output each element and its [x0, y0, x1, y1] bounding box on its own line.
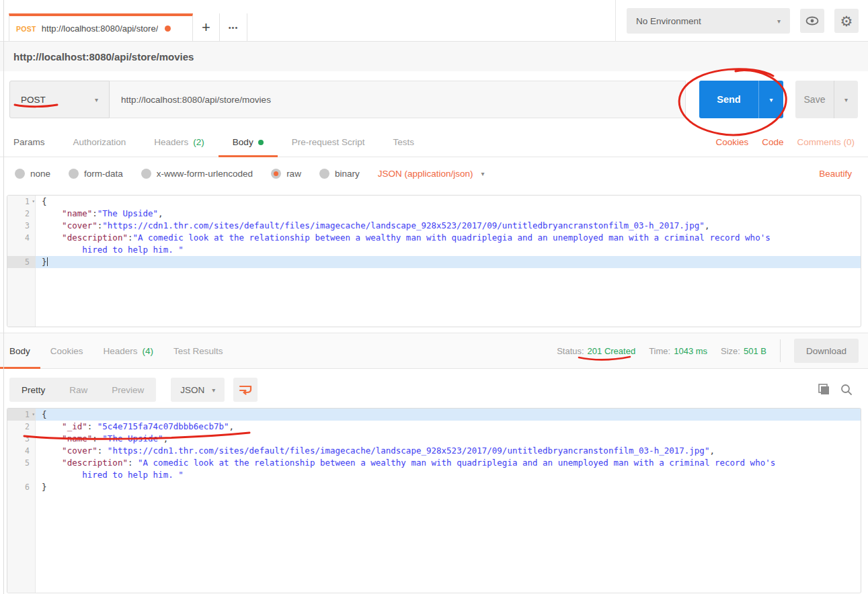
text-cursor [47, 257, 48, 266]
tab-tests[interactable]: Tests [379, 128, 428, 157]
line-content: { [36, 196, 861, 208]
wrap-text-icon [239, 384, 252, 396]
code-token: "The Upside" [102, 433, 163, 443]
response-tab-headers[interactable]: Headers(4) [93, 333, 164, 368]
url-input[interactable]: http://localhost:8080/api/store/movies [110, 81, 686, 118]
code-token [42, 208, 62, 218]
save-button-group: Save ▾ [795, 81, 858, 118]
code-token: , [163, 433, 169, 443]
send-options-button[interactable]: ▾ [758, 81, 783, 118]
wrap-text-button[interactable] [233, 378, 258, 402]
request-body-editor[interactable]: ▾1{2 "name":"The Upside",3 "cover":"http… [7, 195, 861, 327]
tab-label: Cookies [50, 346, 83, 356]
editor-line: 2 "_id": "5c4e715fa74c07dbbb6ecb7b", [7, 421, 861, 433]
method-select[interactable]: POST ▾ [9, 81, 110, 118]
view-mode-preview[interactable]: Preview [100, 378, 156, 402]
line-content: "_id": "5c4e715fa74c07dbbb6ecb7b", [36, 421, 861, 433]
line-number: 2 [7, 208, 36, 220]
response-tab-body[interactable]: Body [0, 333, 40, 368]
cookies-link[interactable]: Cookies [715, 137, 748, 147]
body-type-radio-binary[interactable]: binary [319, 169, 360, 179]
environment-quick-look-button[interactable] [800, 9, 824, 33]
code-token: : [97, 446, 108, 456]
request-title: http://localhost:8080/api/store/movies [13, 51, 194, 62]
request-tabs-bar: ParamsAuthorizationHeaders(2)BodyPre-req… [0, 128, 868, 157]
radio-label: binary [335, 169, 360, 179]
tab-body[interactable]: Body [219, 128, 278, 157]
tab-url-label: http://localhost:8080/api/store/ [42, 24, 158, 34]
code-token: : [92, 208, 97, 218]
response-format-value: JSON [180, 385, 204, 395]
save-options-button[interactable]: ▾ [834, 81, 858, 118]
line-content: "cover": "https://cdn1.thr.com/sites/def… [36, 445, 861, 457]
tab-label: Headers [154, 137, 188, 147]
code-token: "A comedic look at the relationship betw… [42, 458, 775, 480]
request-tab[interactable]: POST http://localhost:8080/api/store/ [9, 13, 193, 41]
line-content: "name":"The Upside", [36, 208, 861, 220]
code-token [42, 421, 62, 431]
tab-params[interactable]: Params [0, 128, 59, 157]
response-body-editor[interactable]: ▾1{2 "_id": "5c4e715fa74c07dbbb6ecb7b",3… [7, 408, 861, 593]
fold-caret-icon: ▾ [32, 196, 35, 208]
content-type-value: JSON (application/json) [378, 169, 473, 179]
tab-label: Tests [393, 137, 414, 147]
response-format-select[interactable]: JSON ▾ [171, 378, 225, 402]
environment-select[interactable]: No Environment ▾ [627, 8, 790, 34]
tab-label: Params [13, 137, 45, 147]
response-tools [817, 383, 859, 396]
tab-authorization[interactable]: Authorization [59, 128, 141, 157]
settings-button[interactable]: ⚙ [834, 9, 859, 33]
response-header: BodyCookiesHeaders(4)Test Results Status… [0, 333, 868, 369]
new-tab-button[interactable]: + [193, 13, 220, 41]
line-number: 5 [7, 457, 36, 481]
body-type-radio-none[interactable]: none [15, 169, 50, 179]
code-token: } [42, 482, 47, 492]
radio-icon [69, 169, 79, 179]
download-button[interactable]: Download [794, 339, 859, 363]
response-tab-cookies[interactable]: Cookies [40, 333, 93, 368]
body-type-radio-form-data[interactable]: form-data [69, 169, 123, 179]
radio-icon [319, 169, 329, 179]
url-input-value: http://localhost:8080/api/store/movies [121, 95, 271, 105]
code-token [42, 232, 62, 243]
line-content: "description": "A comedic look at the re… [36, 457, 861, 481]
editor-line: ▾1{ [7, 409, 861, 421]
view-mode-raw[interactable]: Raw [57, 378, 100, 402]
code-token: "description" [62, 458, 128, 468]
chevron-down-icon: ▾ [844, 96, 848, 103]
time-readout: Time: 1043 ms [649, 346, 707, 356]
code-link[interactable]: Code [762, 137, 783, 147]
radio-label: raw [286, 169, 301, 179]
divider [780, 339, 781, 362]
copy-icon[interactable] [817, 383, 830, 396]
body-type-radio-x-www-form-urlencoded[interactable]: x-www-form-urlencoded [141, 169, 253, 179]
fold-caret-icon: ▾ [32, 409, 35, 421]
line-number: 6 [7, 481, 36, 493]
comments-link[interactable]: Comments (0) [797, 137, 855, 147]
content-type-select[interactable]: JSON (application/json) ▾ [378, 169, 485, 179]
more-tabs-button[interactable]: ••• [220, 13, 247, 41]
body-type-radio-raw[interactable]: raw [271, 169, 301, 179]
response-view-bar: PrettyRawPreview JSON ▾ [0, 373, 868, 407]
tab-method-badge: POST [16, 25, 36, 33]
save-button[interactable]: Save [795, 81, 834, 118]
code-token [42, 446, 62, 456]
tab-label: Pre-request Script [292, 137, 365, 147]
method-select-value: POST [21, 95, 46, 105]
code-token: : [92, 433, 102, 443]
code-token: , [709, 446, 715, 456]
beautify-link[interactable]: Beautify [819, 169, 868, 179]
tab-label: Body [9, 346, 30, 356]
line-content: "cover":"https://cdn1.thr.com/sites/defa… [36, 220, 861, 232]
view-mode-pretty[interactable]: Pretty [9, 378, 57, 402]
search-icon[interactable] [840, 383, 853, 396]
line-number: 4 [7, 232, 36, 256]
gear-icon: ⚙ [840, 14, 853, 28]
line-number: 5 [7, 256, 36, 268]
line-number: 3 [7, 220, 36, 232]
response-tab-test-results[interactable]: Test Results [163, 333, 233, 368]
send-button[interactable]: Send [699, 81, 758, 118]
tab-headers[interactable]: Headers(2) [140, 128, 219, 157]
tab-pre-request-script[interactable]: Pre-request Script [278, 128, 379, 157]
line-content: } [36, 256, 861, 268]
